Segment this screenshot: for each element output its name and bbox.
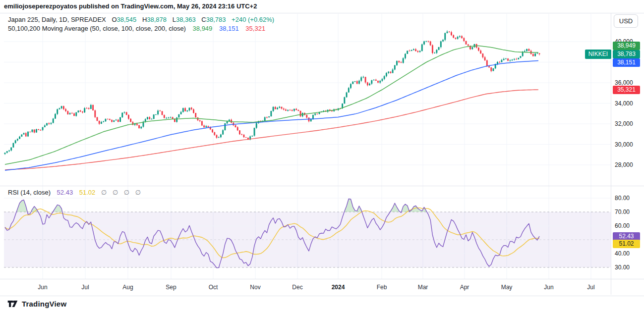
rsi-axis-label: 60.00 xyxy=(615,222,630,230)
ohlc-open: O38,545 xyxy=(112,16,136,23)
ma50-line xyxy=(5,46,538,164)
currency-toggle-button[interactable]: USD xyxy=(614,14,638,28)
rsi_ma-price-badge: 51.02 xyxy=(613,240,640,248)
current-price-badge: 38,783 xyxy=(613,50,640,58)
rsi-legend-row: RSI (14, close) 52.43 51.02 ∅ ∅ ∅ ∅ xyxy=(8,189,141,197)
ma-legend-row: 50,100,200 Moving Average (50, close, 10… xyxy=(8,24,274,33)
ma200-value: 35,321 xyxy=(245,25,265,32)
time-axis-label: Jun xyxy=(544,284,553,291)
time-axis-label: Nov xyxy=(250,284,260,291)
empty-plot-icon[interactable]: ∅ xyxy=(113,189,118,196)
rsi-value: 52.43 xyxy=(57,189,73,196)
symbol-title[interactable]: Japan 225, Daily, 1D, SPREADEX xyxy=(8,16,106,23)
empty-plot-icon[interactable]: ∅ xyxy=(135,189,141,196)
tradingview-logo-icon xyxy=(7,299,18,309)
ma100-price-badge: 38,151 xyxy=(613,58,640,67)
ohlc-close: C38,783 xyxy=(201,16,226,23)
rsi-axis-label: 30.00 xyxy=(615,263,630,271)
ohlc-low: L38,363 xyxy=(173,16,196,23)
publish-info-bar: emiliojoseperezpoyatos published on Trad… xyxy=(0,0,644,13)
ma200-price-badge: 35,321 xyxy=(613,86,640,94)
rsi-axis-label: 80.00 xyxy=(615,194,630,202)
rsi-indicator-title[interactable]: RSI (14, close) xyxy=(8,189,51,196)
symbol-legend: Japan 225, Daily, 1D, SPREADEX O38,545 H… xyxy=(8,15,274,33)
price-axis-label: 30,000 xyxy=(615,141,633,149)
empty-plot-icon[interactable]: ∅ xyxy=(101,189,107,196)
symbol-axis-badge: NIKKEI xyxy=(585,50,611,59)
price-axis-label: 28,000 xyxy=(615,161,633,169)
ma200-line xyxy=(5,90,538,170)
chart-canvas[interactable] xyxy=(0,0,644,311)
time-axis-label: Dec xyxy=(292,284,302,291)
time-axis-label: May xyxy=(501,284,513,291)
change-value: +240 (+0.62%) xyxy=(232,16,274,23)
ohlc-high: H38,878 xyxy=(142,16,167,23)
time-axis-label: Mar xyxy=(418,284,428,291)
footer-bar: TradingView xyxy=(0,296,644,311)
empty-plot-icon[interactable]: ∅ xyxy=(124,189,129,196)
time-axis-label: Apr xyxy=(460,284,469,291)
price-axis-label: 32,000 xyxy=(615,120,633,128)
time-axis-label: Aug xyxy=(122,284,133,291)
tradingview-published-chart: emiliojoseperezpoyatos published on Trad… xyxy=(0,0,644,311)
time-axis-label: Jul xyxy=(587,284,594,291)
publish-info-text: emiliojoseperezpoyatos published on Trad… xyxy=(4,2,257,10)
rsi-axis-label: 70.00 xyxy=(615,208,630,216)
time-axis-label: Jul xyxy=(81,284,89,291)
price-axis-label: 34,000 xyxy=(615,100,633,107)
rsi-axis-label: 40.00 xyxy=(615,250,630,258)
tradingview-brand-text[interactable]: TradingView xyxy=(22,300,66,308)
time-axis-label: Jun xyxy=(38,284,47,291)
time-axis-label: Sep xyxy=(166,284,176,291)
rsi-ma-value: 51.02 xyxy=(79,189,96,196)
ma50-value: 38,949 xyxy=(193,25,213,32)
ma50-price-badge: 38,949 xyxy=(613,42,640,50)
ma100-value: 38,151 xyxy=(219,25,239,32)
symbol-legend-row: Japan 225, Daily, 1D, SPREADEX O38,545 H… xyxy=(8,15,274,24)
ma-indicator-title[interactable]: 50,100,200 Moving Average (50, close, 10… xyxy=(8,25,186,32)
time-axis-label: Feb xyxy=(377,284,387,291)
time-axis-label: 2024 xyxy=(332,284,345,291)
time-axis-label: Oct xyxy=(209,284,218,291)
